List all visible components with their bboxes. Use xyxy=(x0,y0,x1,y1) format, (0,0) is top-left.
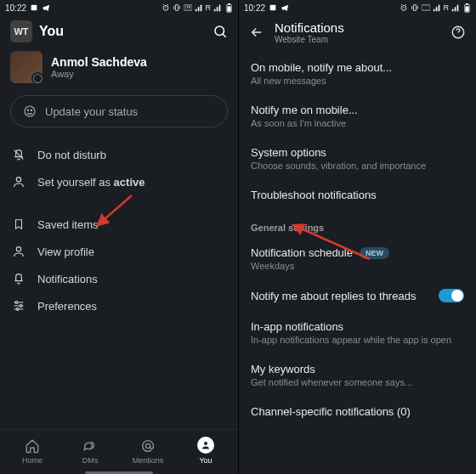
header-title: Notifications xyxy=(275,20,440,35)
setting-on-mobile[interactable]: On mobile, notify me about... All new me… xyxy=(239,53,476,95)
svg-rect-25 xyxy=(465,6,468,11)
nav-you[interactable]: You xyxy=(177,437,235,465)
header-subtitle: Website Team xyxy=(275,35,440,44)
menu-saved[interactable]: Saved items xyxy=(0,211,238,238)
setting-schedule[interactable]: Notification schedule NEW Weekdays xyxy=(239,238,476,280)
volte-icon xyxy=(422,3,430,12)
svg-point-10 xyxy=(27,110,28,110)
profile-row[interactable]: Anmol Sachdeva Away xyxy=(0,51,238,92)
nav-dms[interactable]: DMs xyxy=(61,438,119,465)
svg-point-12 xyxy=(16,178,20,182)
svg-point-16 xyxy=(16,308,19,311)
setting-title: Notify me on mobile... xyxy=(251,104,464,116)
signal2-icon xyxy=(451,3,460,12)
notif-icon xyxy=(269,3,277,12)
new-badge: NEW xyxy=(360,247,389,259)
svg-point-11 xyxy=(31,110,31,110)
nav-label: DMs xyxy=(82,456,99,465)
menu-group-2: Saved items View profile Notifications P… xyxy=(0,207,238,323)
menu-group-1: Do not disturb Set yourself as active xyxy=(0,138,238,199)
you-icon xyxy=(197,437,214,454)
presence-icon xyxy=(12,175,26,189)
setting-channel-specific[interactable]: Channel-specific notifications (0) xyxy=(239,397,476,427)
svg-rect-21 xyxy=(413,5,416,11)
menu-label: Preferences xyxy=(37,300,97,313)
menu-view-profile[interactable]: View profile xyxy=(0,238,238,265)
notifications-header: Notifications Website Team xyxy=(239,15,476,53)
vibrate-icon xyxy=(173,3,181,12)
telegram-icon xyxy=(280,3,289,12)
svg-point-15 xyxy=(20,305,22,308)
setting-title: On mobile, notify me about... xyxy=(251,61,464,74)
alarm-icon xyxy=(400,3,408,12)
menu-preferences[interactable]: Preferences xyxy=(0,292,238,319)
user-icon xyxy=(12,245,26,258)
status-time: 10:22 xyxy=(5,3,26,13)
setting-keywords[interactable]: My keywords Get notified whenever someon… xyxy=(239,354,476,397)
setting-title: My keywords xyxy=(251,363,464,375)
profile-name: Anmol Sachdeva xyxy=(51,55,147,69)
you-header: WT You xyxy=(0,15,238,51)
status-placeholder: Update your status xyxy=(45,105,138,118)
notif-icon xyxy=(30,3,38,12)
workspace-badge[interactable]: WT xyxy=(10,20,32,42)
setting-sub: Weekdays xyxy=(251,261,464,271)
svg-point-18 xyxy=(204,442,207,445)
setting-system-options[interactable]: System options Choose sounds, vibration,… xyxy=(239,138,476,180)
bell-icon xyxy=(12,272,26,285)
setting-troubleshoot[interactable]: Troubleshoot notifications xyxy=(239,180,476,211)
menu-label: Set yourself as active xyxy=(37,176,144,189)
setting-threads[interactable]: Notify me about replies to threads xyxy=(239,280,476,312)
telegram-icon xyxy=(42,3,50,12)
network-label: R xyxy=(444,3,450,12)
setting-sub: Get notified whenever someone says... xyxy=(251,377,464,387)
setting-title: System options xyxy=(251,146,464,159)
menu-set-active[interactable]: Set yourself as active xyxy=(0,168,238,195)
update-status[interactable]: Update your status xyxy=(10,95,228,127)
setting-title: Channel-specific notifications (0) xyxy=(251,405,464,418)
menu-label: Saved items xyxy=(37,218,99,231)
network-label: R xyxy=(206,3,212,12)
menu-label: Do not disturb xyxy=(37,149,106,161)
svg-rect-6 xyxy=(228,3,230,4)
setting-title: Troubleshoot notifications xyxy=(251,189,464,201)
setting-sub: All new messages xyxy=(251,76,464,86)
alarm-icon xyxy=(162,3,170,12)
signal2-icon xyxy=(213,3,222,12)
help-icon[interactable] xyxy=(450,25,466,40)
menu-notifications[interactable]: Notifications xyxy=(0,265,238,292)
menu-label: View profile xyxy=(37,245,94,258)
volte-icon: LTE xyxy=(184,3,192,12)
setting-sub: In-app notifications appear while the ap… xyxy=(251,335,464,345)
search-icon[interactable] xyxy=(212,24,228,39)
battery-icon xyxy=(224,3,233,12)
page-title: You xyxy=(39,24,206,39)
emoji-icon xyxy=(23,104,37,118)
bell-off-icon xyxy=(12,148,26,161)
back-icon[interactable] xyxy=(249,25,264,40)
bookmark-icon xyxy=(12,217,26,231)
signal-icon xyxy=(195,3,203,12)
svg-point-8 xyxy=(215,26,224,36)
menu-label: Notifications xyxy=(37,273,98,285)
nav-mentions[interactable]: Mentions xyxy=(119,438,177,465)
setting-sub: As soon as I'm inactive xyxy=(251,118,464,128)
avatar xyxy=(10,51,42,83)
status-bar: 10:22 R xyxy=(239,0,476,15)
bottom-nav: Home DMs Mentions You xyxy=(0,429,238,470)
svg-rect-22 xyxy=(422,5,430,10)
section-general: General settings xyxy=(239,211,476,238)
threads-toggle[interactable] xyxy=(439,289,464,302)
status-time: 10:22 xyxy=(244,3,265,13)
left-phone: 10:22 LTE R WT You Anmol Sachdeva xyxy=(0,0,238,474)
setting-inapp[interactable]: In-app notifications In-app notification… xyxy=(239,312,476,354)
setting-notify-mobile[interactable]: Notify me on mobile... As soon as I'm in… xyxy=(239,95,476,138)
at-icon xyxy=(140,438,156,454)
svg-point-17 xyxy=(145,443,150,448)
nav-home[interactable]: Home xyxy=(3,438,61,465)
home-icon xyxy=(25,438,40,454)
menu-dnd[interactable]: Do not disturb xyxy=(0,141,238,168)
setting-title: Notify me about replies to threads xyxy=(251,290,416,302)
status-bar: 10:22 LTE R xyxy=(0,0,238,15)
svg-rect-0 xyxy=(31,5,37,11)
